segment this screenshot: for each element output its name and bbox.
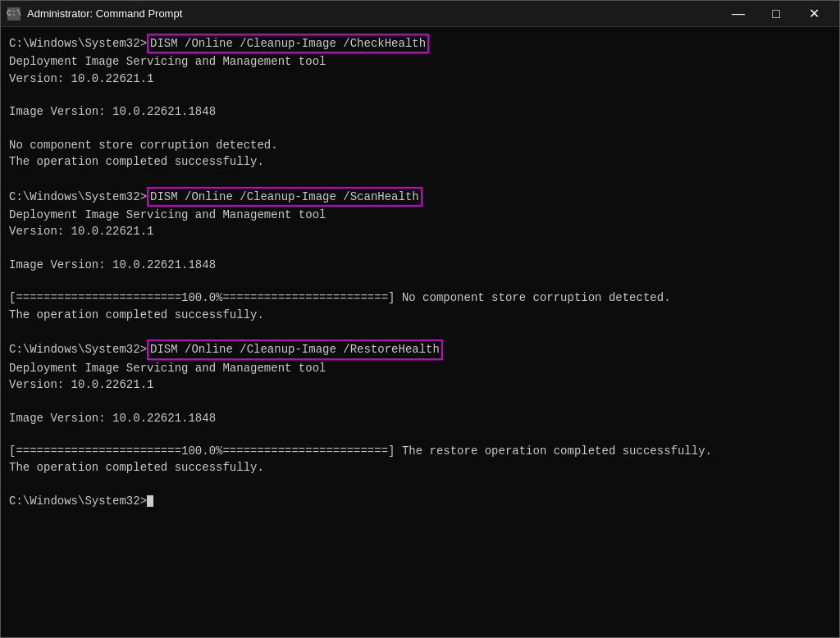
output-line (9, 240, 831, 257)
output-line: The operation completed successfully. (9, 307, 831, 323)
window-title: Administrator: Command Prompt (27, 7, 719, 20)
output-line: Deployment Image Servicing and Managemen… (9, 53, 831, 70)
output-line (9, 170, 831, 186)
output-line: Version: 10.0.22621.1 (9, 71, 831, 87)
command-line: C:\Windows\System32>DISM /Online /Cleanu… (9, 34, 831, 53)
output-line: [========================100.0%=========… (9, 289, 831, 306)
output-line: Version: 10.0.22621.1 (9, 223, 831, 239)
cursor (147, 495, 153, 507)
window-controls: — □ ✕ (719, 1, 833, 27)
output-line (9, 476, 831, 493)
output-line (9, 393, 831, 409)
prompt: C:\Windows\System32> (9, 189, 147, 205)
output-line: Deployment Image Servicing and Managemen… (9, 207, 831, 223)
command: DISM /Online /Cleanup-Image /ScanHealth (147, 187, 422, 207)
output-line (9, 323, 831, 340)
current-prompt: C:\Windows\System32> (9, 493, 147, 509)
output-line: Deployment Image Servicing and Managemen… (9, 360, 831, 376)
close-button[interactable]: ✕ (795, 1, 833, 27)
current-prompt-line[interactable]: C:\Windows\System32> (9, 493, 831, 509)
output-line: No component store corruption detected. (9, 137, 831, 153)
output-line (9, 273, 831, 289)
output-line (9, 426, 831, 443)
output-line: The operation completed successfully. (9, 459, 831, 476)
prompt: C:\Windows\System32> (9, 341, 147, 358)
output-line: Version: 10.0.22621.1 (9, 376, 831, 393)
output-line: Image Version: 10.0.22621.1848 (9, 103, 831, 120)
app-icon: C:\ (7, 7, 21, 21)
command: DISM /Online /Cleanup-Image /RestoreHeal… (147, 340, 443, 359)
command-line: C:\Windows\System32>DISM /Online /Cleanu… (9, 187, 831, 207)
window: C:\ Administrator: Command Prompt — □ ✕ … (0, 0, 840, 638)
output-line (9, 87, 831, 103)
minimize-button[interactable]: — (719, 1, 757, 27)
title-bar: C:\ Administrator: Command Prompt — □ ✕ (1, 1, 839, 27)
output-line: Image Version: 10.0.22621.1848 (9, 257, 831, 273)
prompt: C:\Windows\System32> (9, 35, 147, 52)
output-line: [========================100.0%=========… (9, 443, 831, 459)
output-line: The operation completed successfully. (9, 153, 831, 170)
console-output[interactable]: C:\Windows\System32>DISM /Online /Cleanu… (1, 27, 839, 637)
command: DISM /Online /Cleanup-Image /CheckHealth (147, 34, 429, 53)
command-line: C:\Windows\System32>DISM /Online /Cleanu… (9, 340, 831, 359)
output-line: Image Version: 10.0.22621.1848 (9, 410, 831, 426)
maximize-button[interactable]: □ (757, 1, 795, 27)
output-line (9, 120, 831, 136)
